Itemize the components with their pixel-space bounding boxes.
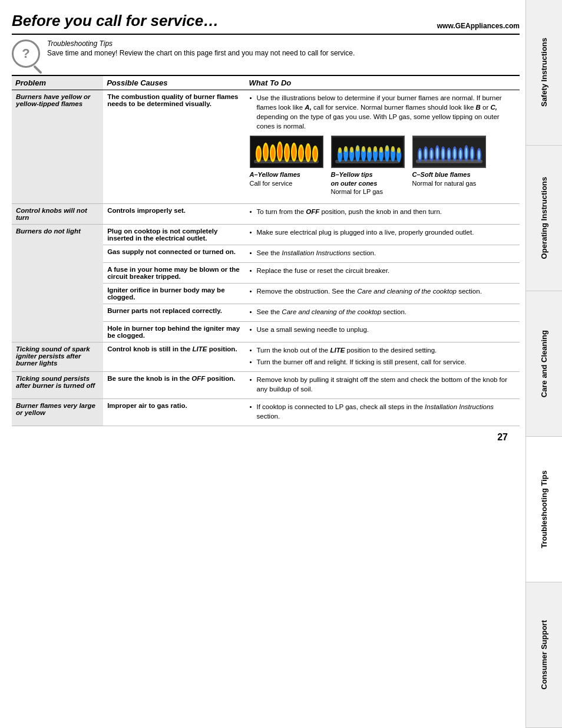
problem-text: Burners do not light bbox=[16, 228, 81, 235]
what-list: See the Installation Instructions sectio… bbox=[250, 248, 515, 258]
what-list: See the Care and cleaning of the cooktop… bbox=[250, 307, 515, 317]
col-header-cause: Possible Causes bbox=[103, 75, 245, 90]
what-list: Make sure electrical plug is plugged int… bbox=[250, 228, 515, 237]
cause-text: Controls improperly set. bbox=[107, 207, 186, 214]
cause-cell: Gas supply not connected or turned on. bbox=[103, 245, 245, 263]
what-cell: To turn from the OFF position, push the … bbox=[246, 204, 520, 225]
cause-cell: Improper air to gas ratio. bbox=[103, 398, 245, 426]
problem-text: Ticking sound persists after burner is t… bbox=[16, 375, 95, 389]
sidebar-tab-label: Care and Cleaning bbox=[540, 330, 548, 397]
what-cell: Use the illustrations below to determine… bbox=[246, 90, 520, 204]
svg-point-27 bbox=[350, 147, 353, 153]
what-list: Replace the fuse or reset the circuit br… bbox=[250, 266, 515, 275]
list-item: See the Installation Instructions sectio… bbox=[250, 248, 515, 258]
table-row: Burners have yellow or yellow-tipped fla… bbox=[12, 90, 520, 204]
sidebar-tab-label: Troubleshooting Tips bbox=[540, 470, 548, 548]
list-item: Remove knob by pulling it straight off t… bbox=[250, 375, 515, 394]
trouble-table: Problem Possible Causes What To Do Burne… bbox=[12, 75, 520, 426]
what-list: Remove the obstruction. See the Care and… bbox=[250, 286, 515, 296]
list-item: Replace the fuse or reset the circuit br… bbox=[250, 266, 515, 275]
svg-point-59 bbox=[453, 149, 455, 159]
list-item: Remove the obstruction. See the Care and… bbox=[250, 286, 515, 296]
cause-text: Be sure the knob is in the OFF position. bbox=[107, 375, 235, 382]
flame-box-c: C–Soft blue flamesNormal for natural gas bbox=[412, 136, 489, 187]
svg-point-41 bbox=[391, 146, 395, 152]
what-list: Turn the knob out of the LITE position t… bbox=[250, 345, 515, 366]
list-item: If cooktop is connected to LP gas, check… bbox=[250, 402, 515, 421]
page-wrapper: Before you call for service… www.GEAppli… bbox=[0, 0, 562, 728]
cause-text: Burner parts not replaced correctly. bbox=[107, 307, 222, 314]
flame-box-a: A–Yellow flamesCall for service bbox=[250, 136, 326, 187]
cause-cell: The combustion quality of burner flames … bbox=[103, 90, 245, 204]
cause-cell: Igniter orifice in burner body may be cl… bbox=[103, 284, 245, 304]
svg-point-11 bbox=[285, 146, 289, 160]
magnify-handle bbox=[33, 65, 42, 74]
what-cell: Make sure electrical plug is plugged int… bbox=[246, 225, 520, 245]
what-cell: See the Care and cleaning of the cooktop… bbox=[246, 304, 520, 322]
sidebar-tab-label: Safety Instructions bbox=[540, 38, 548, 107]
cause-text: The combustion quality of burner flames … bbox=[107, 93, 238, 107]
what-cell: See the Installation Instructions sectio… bbox=[246, 245, 520, 263]
sidebar-tab-consumer[interactable]: Consumer Support bbox=[526, 582, 562, 728]
website-url: www.GEAppliances.com bbox=[437, 22, 520, 30]
main-content: Before you call for service… www.GEAppli… bbox=[0, 0, 525, 728]
what-cell: Replace the fuse or reset the circuit br… bbox=[246, 263, 520, 284]
what-cell: Remove the obstruction. See the Care and… bbox=[246, 284, 520, 304]
what-cell: Turn the knob out of the LITE position t… bbox=[246, 342, 520, 371]
sidebar-tab-care[interactable]: Care and Cleaning bbox=[526, 291, 562, 437]
page-header: Before you call for service… www.GEAppli… bbox=[12, 12, 520, 35]
svg-point-7 bbox=[271, 147, 275, 160]
problem-text: Ticking sound of spark igniter persists … bbox=[16, 345, 90, 367]
col-header-problem: Problem bbox=[12, 75, 103, 90]
cause-text: Hole in burner top behind the igniter ma… bbox=[107, 325, 240, 339]
svg-point-3 bbox=[257, 148, 260, 160]
svg-point-23 bbox=[338, 147, 342, 153]
tips-title: Troubleshooting Tips bbox=[47, 39, 355, 48]
svg-point-31 bbox=[362, 146, 365, 152]
table-row: Burner flames very large or yellow Impro… bbox=[12, 398, 520, 426]
flame-image-b bbox=[331, 136, 405, 168]
sidebar-tab-operating[interactable]: Operating Instructions bbox=[526, 146, 562, 291]
flame-box-b: B–Yellow tipson outer conesNormal for LP… bbox=[331, 136, 408, 196]
table-row: Burners do not light Plug on cooktop is … bbox=[12, 225, 520, 245]
list-item: See the Care and cleaning of the cooktop… bbox=[250, 307, 515, 317]
problem-cell: Burner flames very large or yellow bbox=[12, 398, 103, 426]
problem-text: Burner flames very large or yellow bbox=[16, 402, 95, 416]
svg-point-25 bbox=[344, 146, 348, 152]
svg-point-57 bbox=[448, 150, 450, 159]
tips-box: ? Troubleshooting Tips Save time and mon… bbox=[12, 39, 520, 68]
cause-cell: A fuse in your home may be blown or the … bbox=[103, 263, 245, 284]
svg-point-5 bbox=[264, 145, 267, 159]
sidebar-tab-label: Consumer Support bbox=[540, 620, 548, 690]
what-list: To turn from the OFF position, push the … bbox=[250, 207, 515, 216]
cause-text: A fuse in your home may be blown or the … bbox=[107, 266, 240, 280]
cause-text: Improper air to gas ratio. bbox=[107, 402, 187, 409]
sidebar-tab-troubleshooting[interactable]: Troubleshooting Tips bbox=[526, 437, 562, 582]
svg-point-55 bbox=[442, 149, 444, 159]
what-cell: If cooktop is connected to LP gas, check… bbox=[246, 398, 520, 426]
cause-cell: Hole in burner top behind the igniter ma… bbox=[103, 322, 245, 342]
svg-point-67 bbox=[478, 150, 480, 160]
svg-point-61 bbox=[459, 150, 461, 159]
problem-cell: Ticking sound persists after burner is t… bbox=[12, 371, 103, 398]
col-header-what: What To Do bbox=[246, 75, 520, 90]
svg-point-65 bbox=[471, 149, 473, 159]
svg-point-39 bbox=[385, 146, 389, 151]
cause-text: Control knob is still in the LITE positi… bbox=[107, 345, 237, 353]
svg-point-33 bbox=[368, 147, 371, 153]
problem-cell: Ticking sound of spark igniter persists … bbox=[12, 342, 103, 371]
svg-point-37 bbox=[379, 147, 383, 153]
problem-text: Burners have yellow or yellow-tipped fla… bbox=[16, 93, 91, 107]
svg-point-9 bbox=[278, 144, 282, 159]
svg-point-47 bbox=[418, 150, 421, 160]
what-list: Remove knob by pulling it straight off t… bbox=[250, 375, 515, 394]
flame-image-c bbox=[412, 136, 486, 168]
cause-text: Igniter orifice in burner body may be cl… bbox=[107, 286, 224, 301]
svg-point-13 bbox=[292, 145, 296, 159]
sidebar-tab-safety[interactable]: Safety Instructions bbox=[526, 0, 562, 146]
table-row: Ticking sound persists after burner is t… bbox=[12, 371, 520, 398]
svg-point-49 bbox=[424, 149, 427, 159]
tips-body: Save time and money! Review the chart on… bbox=[47, 49, 355, 57]
sidebar-tab-label: Operating Instructions bbox=[540, 177, 548, 259]
problem-text: Control knobs will not turn bbox=[16, 207, 87, 221]
